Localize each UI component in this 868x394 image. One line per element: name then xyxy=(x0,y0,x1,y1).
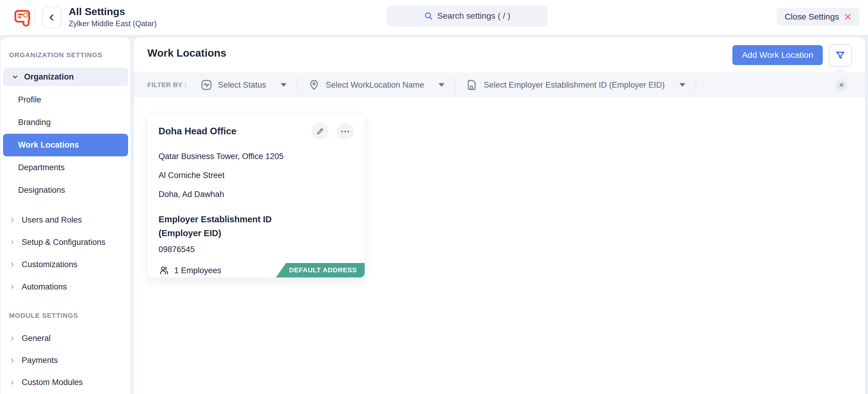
status-icon xyxy=(200,78,213,91)
sidebar-item-profile[interactable]: Profile xyxy=(3,89,128,111)
chevron-right-icon xyxy=(9,284,16,290)
main-header: Work Locations Add Work Location xyxy=(134,37,865,72)
main-content-panel: Work Locations Add Work Location FILTER … xyxy=(134,37,865,394)
filter-bar: FILTER BY : Select Status Select WorkLoc… xyxy=(134,72,865,98)
chevron-right-icon xyxy=(9,335,16,342)
sidebar-item-label: Branding xyxy=(18,118,51,127)
sidebar-item-label: Setup & Configurations xyxy=(22,238,105,247)
payroll-app-logo-icon xyxy=(14,8,33,27)
sidebar-item-general[interactable]: General xyxy=(1,327,130,350)
address-block: Qatar Business Tower, Office 1205 Al Cor… xyxy=(158,152,354,199)
search-placeholder: Search settings ( / ) xyxy=(437,11,510,21)
search-settings-input[interactable]: Search settings ( / ) xyxy=(387,5,548,27)
section-header-organization-settings: ORGANIZATION SETTINGS xyxy=(9,51,130,59)
default-address-badge: DEFAULT ADDRESS xyxy=(276,263,365,277)
caret-down-icon xyxy=(679,83,685,87)
pencil-icon xyxy=(316,127,324,136)
sidebar-item-label: Payments xyxy=(22,356,58,365)
organization-name: Zylker Middle East (Qatar) xyxy=(69,19,157,28)
back-button[interactable] xyxy=(42,7,61,28)
employer-eid-label: Employer Establishment ID (Employer EID) xyxy=(158,212,285,240)
work-location-name: Doha Head Office xyxy=(158,126,312,137)
sidebar-item-label: Departments xyxy=(18,163,65,172)
employees-count: 1 Employees xyxy=(174,266,221,275)
add-work-location-label: Add Work Location xyxy=(742,50,813,60)
caret-down-icon xyxy=(438,83,444,87)
sidebar-item-designations[interactable]: Designations xyxy=(3,179,128,201)
select-status-label: Select Status xyxy=(218,80,266,90)
chevron-right-icon xyxy=(9,379,16,386)
address-line-3: Doha, Ad Dawhah xyxy=(158,190,354,199)
sidebar-item-setup-configurations[interactable]: Setup & Configurations xyxy=(1,231,130,253)
filter-funnel-icon xyxy=(835,50,846,61)
sidebar-item-label: Customizations xyxy=(22,260,78,269)
page-title: Work Locations xyxy=(147,47,226,59)
sidebar-item-work-locations[interactable]: Work Locations xyxy=(3,134,128,156)
employer-eid-value: 09876545 xyxy=(158,245,354,254)
add-work-location-button[interactable]: Add Work Location xyxy=(733,45,823,65)
caret-down-icon xyxy=(281,83,287,87)
search-icon xyxy=(424,11,433,21)
topbar-divider xyxy=(35,7,36,28)
select-employer-eid-dropdown[interactable]: Select Employer Establishment ID (Employ… xyxy=(466,78,685,91)
filter-panel-notch xyxy=(834,68,846,73)
chevron-right-icon xyxy=(9,239,16,245)
employees-icon xyxy=(158,265,169,276)
sidebar-item-label: Work Locations xyxy=(18,140,79,150)
edit-work-location-button[interactable] xyxy=(312,123,329,140)
sidebar-item-label: Designations xyxy=(18,186,65,195)
sidebar-item-custom-modules[interactable]: Custom Modules xyxy=(1,371,130,393)
page-header-title: All Settings xyxy=(69,5,157,18)
chevron-right-icon xyxy=(9,261,16,268)
settings-sidebar: ORGANIZATION SETTINGS Organization Profi… xyxy=(1,37,130,394)
address-line-1: Qatar Business Tower, Office 1205 xyxy=(158,152,354,161)
sidebar-item-automations[interactable]: Automations xyxy=(1,275,130,298)
sidebar-item-customizations[interactable]: Customizations xyxy=(1,253,130,275)
chevron-left-icon xyxy=(48,13,56,22)
chevron-right-icon xyxy=(9,357,16,364)
filter-divider xyxy=(297,78,298,92)
select-status-dropdown[interactable]: Select Status xyxy=(200,78,287,91)
sidebar-groups: Users and Roles Setup & Configurations C… xyxy=(1,209,130,298)
sidebar-item-organization[interactable]: Organization xyxy=(3,67,128,86)
sidebar-item-label: Profile xyxy=(18,95,41,104)
ellipsis-icon: ... xyxy=(341,126,350,136)
establishment-id-icon xyxy=(466,78,478,91)
chevron-down-icon xyxy=(11,73,19,80)
sidebar-item-users-and-roles[interactable]: Users and Roles xyxy=(1,209,130,231)
sidebar-item-label: General xyxy=(22,334,51,343)
organization-children: Profile Branding Work Locations Departme… xyxy=(1,89,130,201)
close-settings-button[interactable]: Close Settings xyxy=(777,8,860,26)
close-icon xyxy=(844,13,852,21)
close-settings-label: Close Settings xyxy=(784,12,839,22)
select-employer-eid-label: Select Employer Establishment ID (Employ… xyxy=(484,80,664,90)
filter-divider xyxy=(695,78,696,92)
select-worklocation-label: Select WorkLocation Name xyxy=(326,80,424,90)
filter-toggle-button[interactable] xyxy=(829,44,852,67)
sidebar-item-departments[interactable]: Departments xyxy=(3,156,128,179)
chevron-right-icon xyxy=(9,217,16,223)
filter-by-label: FILTER BY : xyxy=(147,81,187,89)
sidebar-item-label: Users and Roles xyxy=(22,216,82,225)
sidebar-item-label: Organization xyxy=(24,72,74,81)
filter-divider xyxy=(455,78,456,92)
clear-x-icon xyxy=(838,81,845,88)
sidebar-item-branding[interactable]: Branding xyxy=(3,111,128,134)
sidebar-item-payments[interactable]: Payments xyxy=(1,350,130,371)
section-header-module-settings: MODULE SETTINGS xyxy=(9,312,130,320)
top-bar: All Settings Zylker Middle East (Qatar) … xyxy=(0,0,868,35)
header-titles: All Settings Zylker Middle East (Qatar) xyxy=(69,5,157,28)
location-pin-icon xyxy=(308,78,320,91)
sidebar-item-label: Custom Modules xyxy=(22,378,83,387)
card-title-row: Doha Head Office ... xyxy=(158,123,354,140)
clear-filters-button[interactable] xyxy=(835,79,847,91)
address-line-2: Al Corniche Street xyxy=(158,171,354,180)
sidebar-modules: General Payments Custom Modules xyxy=(1,327,130,393)
work-location-card[interactable]: Doha Head Office ... Qatar Business Towe… xyxy=(147,113,365,278)
sidebar-item-label: Automations xyxy=(22,282,67,292)
more-options-button[interactable]: ... xyxy=(337,123,354,140)
select-worklocation-name-dropdown[interactable]: Select WorkLocation Name xyxy=(308,78,445,91)
